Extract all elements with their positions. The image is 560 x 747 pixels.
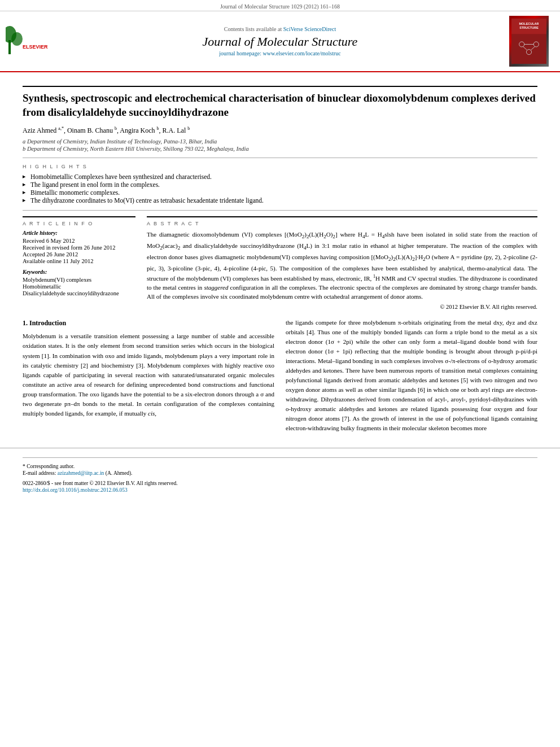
history-label: Article history: <box>23 230 135 236</box>
article-info-abstract: A R T I C L E I N F O Article history: R… <box>23 216 537 309</box>
highlight-item: Bimetallic monomeric complexes. <box>23 189 537 196</box>
journal-citation: Journal of Molecular Structure 1029 (201… <box>220 3 340 10</box>
elsevier-svg: ELSEVIER <box>6 23 51 57</box>
highlight-item: The ligand present in enol form in the c… <box>23 181 537 189</box>
issn-line: 0022-2860/$ - see front matter © 2012 El… <box>23 480 537 493</box>
journal-bar: Journal of Molecular Structure 1029 (201… <box>0 0 560 11</box>
footnote-area: * Corresponding author. E-mail address: … <box>0 448 560 495</box>
highlights-divider <box>23 210 537 211</box>
footnote-divider <box>23 457 537 458</box>
article-info-label: A R T I C L E I N F O <box>23 221 135 226</box>
affiliation-divider <box>23 158 537 158</box>
author-lal: R.A. Lal b <box>163 126 190 134</box>
journal-title-header: Journal of Molecular Structure <box>51 34 509 49</box>
journal-cover: MOLECULAR STRUCTURE <box>509 16 549 67</box>
revised-date: Received in revised form 26 June 2012 <box>23 244 135 251</box>
keyword-2: Homobimetallic <box>23 283 135 290</box>
intro-para-1: Molybdenum is a versatile transition ele… <box>23 331 274 418</box>
article-title: Synthesis, spectroscopic and electrochem… <box>23 91 537 119</box>
author-oinam: Oinam B. Chanu b, <box>67 126 120 134</box>
authors: Aziz Ahmed a,*, Oinam B. Chanu b, Angira… <box>23 126 537 135</box>
available-date: Available online 11 July 2012 <box>23 258 135 264</box>
highlight-item: The dihydrazone coordinates to Mo(VI) ce… <box>23 196 537 204</box>
svg-text:STRUCTURE: STRUCTURE <box>519 26 539 29</box>
article-info-col: A R T I C L E I N F O Article history: R… <box>23 216 135 309</box>
keyword-1: Molybdenum(VI) complexes <box>23 277 135 283</box>
highlights-list: Homobimetallic Complexes have been synth… <box>23 173 537 204</box>
elsevier-logo: ELSEVIER <box>6 23 51 59</box>
affiliation-b: b Department of Chemistry, North Eastern… <box>23 146 537 152</box>
top-divider <box>23 86 537 87</box>
corresponding-note: * Corresponding author. <box>23 464 537 469</box>
abstract-label: A B S T R A C T <box>147 221 537 226</box>
main-content: Synthesis, spectroscopic and electrochem… <box>0 72 560 442</box>
doi-link[interactable]: http://dx.doi.org/10.1016/j.molstruc.201… <box>23 487 537 493</box>
author-aziz: Aziz Ahmed a,*, <box>23 126 67 134</box>
email-note: E-mail address: azizahmed@iitp.ac.in (A.… <box>23 470 537 476</box>
header-center: Contents lists available at SciVerse Sci… <box>51 26 509 56</box>
email-link[interactable]: azizahmed@iitp.ac.in <box>58 470 104 476</box>
sciverse-text: Contents lists available at SciVerse Sci… <box>51 26 509 32</box>
body-col-right: the ligands compete for three molybdenum… <box>286 318 537 437</box>
svg-text:ELSEVIER: ELSEVIER <box>23 44 48 50</box>
author-angira: Angira Koch b, <box>120 126 162 134</box>
sciverse-link[interactable]: SciVerse ScienceDirect <box>283 26 336 32</box>
keyword-3: Disalicylaldehyde succinoyldihydrazone <box>23 290 135 296</box>
highlights-label: H I G H L I G H T S <box>23 164 537 169</box>
affiliation-a: a Department of Chemistry, Indian Instit… <box>23 138 537 145</box>
svg-point-2 <box>11 32 23 46</box>
abstract-col: A B S T R A C T The diamagnetic dioxomol… <box>147 216 537 309</box>
body-col-left: 1. Introduction Molybdenum is a versatil… <box>23 318 274 437</box>
page: Journal of Molecular Structure 1029 (201… <box>0 0 560 747</box>
highlights-section: H I G H L I G H T S Homobimetallic Compl… <box>23 164 537 204</box>
body-section: 1. Introduction Molybdenum is a versatil… <box>23 318 537 437</box>
keywords-label: Keywords: <box>23 269 135 275</box>
svg-text:MOLECULAR: MOLECULAR <box>519 22 539 25</box>
intro-para-2: the ligands compete for three molybdenum… <box>286 318 537 434</box>
intro-heading: 1. Introduction <box>23 318 274 329</box>
received-date: Received 6 May 2012 <box>23 238 135 244</box>
header-area: ELSEVIER Contents lists available at Sci… <box>0 11 560 72</box>
accepted-date: Accepted 26 June 2012 <box>23 251 135 257</box>
abstract-text: The diamagnetic dioxomolybdenum (VI) com… <box>147 230 537 301</box>
journal-homepage: journal homepage: www.elsevier.com/locat… <box>51 50 509 56</box>
highlight-item: Homobimetallic Complexes have been synth… <box>23 173 537 181</box>
copyright-line: © 2012 Elsevier B.V. All rights reserved… <box>147 304 537 310</box>
